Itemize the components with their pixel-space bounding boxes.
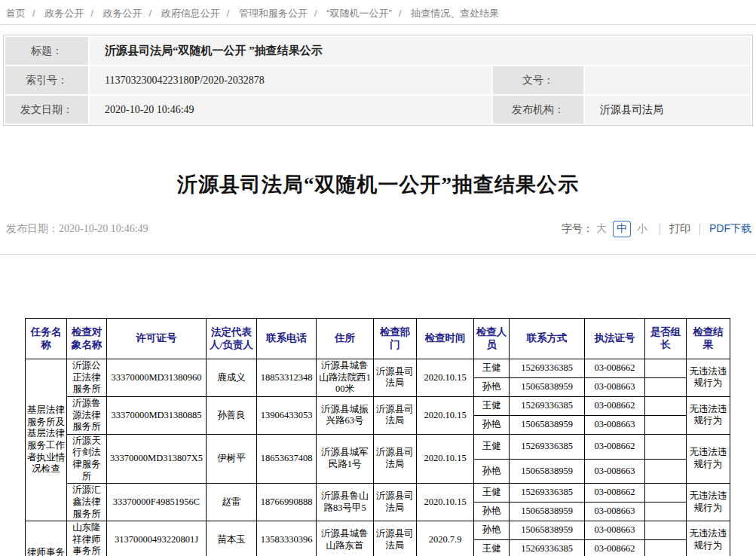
cell-inspector: 孙艳 — [474, 459, 510, 484]
font-size-large-button[interactable]: 大 — [596, 222, 607, 236]
cell-cert: 03-008662 — [585, 484, 645, 503]
cell-inspector: 孙艳 — [474, 503, 510, 521]
divider — [660, 224, 660, 235]
publish-date: 发布日期：2020-10-20 10:46:49 — [6, 222, 148, 236]
cell-contact: 15269336385 — [510, 484, 585, 503]
cell-phone: 18653637408 — [257, 434, 317, 484]
breadcrumb-separator: / — [142, 8, 159, 19]
cell-result: 无违法违规行为 — [687, 359, 730, 397]
breadcrumb-separator: / — [392, 8, 409, 19]
inspection-results-table: 任务名称 检查对象名称 许可证号 法定代表人/负责人 联系电话 住所 检查部门 … — [25, 318, 756, 556]
cell-cert: 03-008662 — [585, 396, 645, 415]
cell-date: 2020.10.15 — [417, 484, 474, 521]
meta-agency-value: 沂源县司法局 — [585, 96, 751, 124]
table-row: 基层法律服务所及基层法律服务工作者执业情况检查 沂源公正法律服务所 333700… — [26, 359, 730, 378]
meta-date-label: 发文日期： — [5, 96, 88, 124]
cell-object-name: 沂源天行剑法律服务所 — [67, 434, 107, 484]
cell-address: 沂源县城鲁山路法院西100米 — [317, 359, 374, 397]
cell-inspector: 王健 — [474, 396, 510, 415]
meta-docnum-label: 文号： — [493, 66, 583, 94]
col-header: 联系电话 — [257, 319, 317, 359]
cell-leader — [645, 396, 687, 415]
col-header: 任务名称 — [26, 319, 67, 359]
cell-result: 无违法违规行为 — [687, 521, 730, 556]
divider — [0, 254, 756, 255]
cell-representative: 赵雷 — [207, 484, 257, 521]
col-header: 是否组长 — [645, 319, 687, 359]
article-meta-bar: 发布日期：2020-10-20 10:46:49 字号： 大 中 小 打印 PD… — [6, 221, 751, 237]
cell-leader — [645, 540, 687, 556]
cell-date: 2020.10.15 — [417, 396, 474, 434]
cell-phone: 18766990888 — [257, 484, 317, 521]
breadcrumb-separator: / — [26, 8, 42, 19]
col-header: 执法证号 — [585, 319, 645, 359]
breadcrumb-item[interactable]: “双随机一公开” — [326, 8, 392, 19]
cell-result: 无违法违规行为 — [687, 484, 730, 521]
col-header: 检查部门 — [374, 319, 417, 359]
col-header: 检查时间 — [417, 319, 474, 359]
cell-department: 沂源县司法局 — [374, 521, 417, 556]
breadcrumb-home[interactable]: 首页 — [6, 8, 26, 19]
cell-license: 33370000MD31380960 — [107, 359, 207, 397]
breadcrumb-current: 抽查情况、查处结果 — [411, 8, 499, 19]
cell-leader — [645, 434, 687, 459]
cell-task-name: 基层法律服务所及基层法律服务工作者执业情况检查 — [26, 359, 67, 521]
cell-result: 无违法违规行为 — [687, 434, 730, 484]
col-header: 联系方式 — [510, 319, 585, 359]
col-header: 住所 — [317, 319, 374, 359]
cell-cert: 03-008662 — [585, 359, 645, 378]
meta-agency-label: 发布机构： — [493, 96, 583, 124]
cell-date: 2020.10.15 — [417, 359, 474, 397]
cell-leader — [645, 459, 687, 484]
breadcrumb-item[interactable]: 政务公开 — [44, 8, 84, 19]
cell-license: 33370000MD31380885 — [107, 396, 207, 434]
cell-inspector: 王健 — [474, 434, 510, 459]
meta-index-label: 索引号： — [5, 66, 88, 94]
col-header: 检查人员 — [474, 319, 510, 359]
cell-cert: 03-008663 — [585, 503, 645, 521]
font-size-medium-button[interactable]: 中 — [613, 221, 631, 237]
meta-date-value: 2020-10-20 10:46:49 — [90, 96, 491, 124]
cell-contact: 15269336385 — [510, 540, 585, 556]
cell-license: 31370000493220801J — [107, 521, 207, 556]
cell-contact: 15065838959 — [510, 521, 585, 540]
col-header: 法定代表人/负责人 — [207, 319, 257, 359]
cell-address: 沂源县城鲁山路东首 — [317, 521, 374, 556]
cell-contact: 15269336385 — [510, 359, 585, 378]
pdf-download-button[interactable]: PDF下载 — [709, 222, 751, 236]
cell-department: 沂源县司法局 — [374, 484, 417, 521]
divider — [699, 224, 700, 235]
cell-inspector: 孙艳 — [474, 521, 510, 540]
cell-phone: 18853312348 — [257, 359, 317, 397]
cell-object-name: 沂源汇鑫法律服务所 — [67, 484, 107, 521]
table-row: 沂源鲁源法律服务所 33370000MD31380885 孙善良 1390643… — [26, 396, 730, 415]
cell-phone: 13906433053 — [257, 396, 317, 434]
breadcrumb-separator: / — [308, 8, 324, 19]
cell-cert: 03-008663 — [585, 415, 645, 434]
cell-object-name: 沂源公正法律服务所 — [67, 359, 107, 397]
cell-leader — [645, 484, 687, 503]
breadcrumb-separator: / — [220, 8, 237, 19]
cell-contact: 15065838959 — [510, 503, 585, 521]
cell-object-name: 沂源鲁源法律服务所 — [67, 396, 107, 434]
cell-leader — [645, 415, 687, 434]
breadcrumb-item[interactable]: 政府信息公开 — [161, 8, 220, 19]
print-button[interactable]: 打印 — [669, 222, 690, 236]
cell-date: 2020.7.9 — [417, 521, 474, 556]
cell-department: 沂源县司法局 — [374, 359, 417, 397]
cell-cert: 03-008663 — [585, 459, 645, 484]
meta-index-value: 11370323004223180P/2020-2032878 — [90, 66, 491, 94]
cell-contact: 15065838959 — [510, 459, 585, 484]
breadcrumb-item[interactable]: 管理和服务公开 — [239, 8, 308, 19]
table-row: 沂源天行剑法律服务所 33370000MD313807X5 伊树平 186536… — [26, 434, 730, 459]
cell-inspector: 王健 — [474, 359, 510, 378]
meta-title-label: 标题： — [5, 37, 88, 65]
col-header: 检查结果 — [687, 319, 730, 359]
cell-department: 沂源县司法局 — [374, 396, 417, 434]
cell-leader — [645, 521, 687, 540]
table-row: 律师事务所及律师执业情况 山东隆祥律师事务所 31370000493220801… — [26, 521, 730, 540]
cell-leader — [645, 377, 687, 396]
page-title: 沂源县司法局“双随机一公开”抽查结果公示 — [0, 171, 756, 198]
breadcrumb-item[interactable]: 政务公开 — [103, 8, 142, 19]
font-size-small-button[interactable]: 小 — [637, 222, 647, 236]
